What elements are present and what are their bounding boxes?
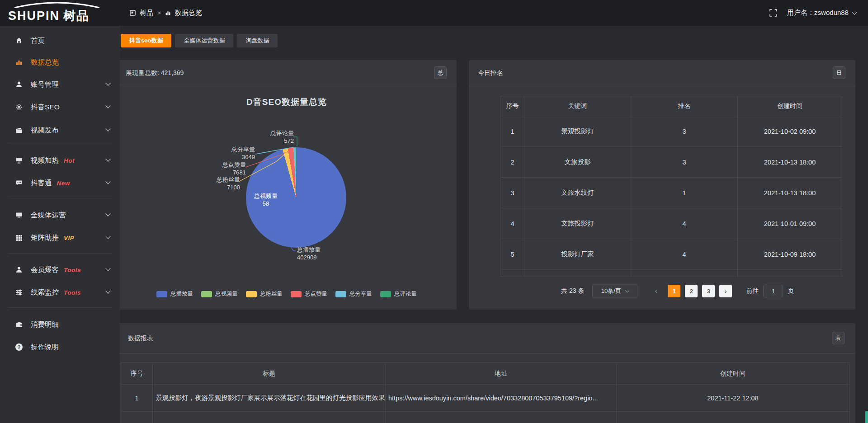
report-card: 数据报表 表 序号 标题 地址 创建时间 1 景观投影灯，夜游景观投影灯厂家展示…: [117, 323, 855, 423]
video-publish-icon: [15, 127, 23, 134]
page-size-select[interactable]: 10条/页: [592, 284, 637, 298]
chevron-down-icon: [105, 103, 110, 108]
floating-widget-fragment[interactable]: [865, 411, 868, 423]
col-create-time: 创建时间: [617, 363, 849, 385]
chevron-down-icon: [105, 126, 110, 131]
sidebar-item-label: 操作说明: [31, 343, 59, 352]
chevron-down-icon: [105, 156, 110, 161]
legend-item[interactable]: 总分享量: [335, 290, 372, 298]
cell: 2021-10-01 09:00: [738, 208, 842, 239]
gear-icon: [15, 103, 23, 111]
table-row: 2 文旅投影 3 2021-10-13 18:00: [501, 147, 842, 178]
sidebar-item-label: 全媒体运营: [31, 211, 66, 220]
cell: 2021-11-22 12:08: [617, 385, 849, 412]
sidebar-item-video-publish[interactable]: 视频发布: [0, 121, 120, 139]
sidebar-item-label: 视频发布: [31, 126, 59, 135]
chevron-down-icon: [105, 179, 110, 184]
ranking-card: 今日排名 日 序号 关键词 排名 创建时间 1 景观投影灯 3 2021-10-…: [469, 60, 855, 310]
cell: 2: [501, 147, 524, 178]
pie-label: 总点赞量7681: [211, 161, 246, 176]
pie-label: 总分享量3049: [220, 146, 255, 161]
legend-item[interactable]: 总点赞量: [291, 290, 327, 298]
cell: 2021-10-13 18:00: [738, 178, 842, 208]
cell: 1: [631, 178, 738, 208]
sidebar-item-member[interactable]: 会员爆客 Tools: [0, 261, 120, 279]
page-button-1[interactable]: 1: [668, 285, 680, 297]
cell: 3: [501, 178, 524, 208]
cell: 4: [501, 208, 524, 239]
page-button-3[interactable]: 3: [702, 285, 715, 297]
tab-douyin-seo-data[interactable]: 抖音seo数据: [121, 34, 171, 47]
report-table: 序号 标题 地址 创建时间 1 景观投影灯，夜游景观投影灯厂家展示展示落花灯在花…: [121, 362, 849, 423]
tab-media-ops-data[interactable]: 全媒体运营数据: [175, 34, 233, 47]
cell: 5: [501, 239, 524, 270]
col-index: 序号: [121, 363, 153, 385]
help-icon: [15, 343, 23, 351]
sidebar-item-consumption[interactable]: 消费明细: [0, 315, 120, 334]
col-rank: 排名: [631, 96, 738, 116]
topbar-right: 用户名：zswodun88: [769, 0, 856, 26]
sidebar-item-data-overview[interactable]: 数据总览: [0, 53, 120, 71]
legend-item[interactable]: 总评论量: [380, 290, 417, 298]
prev-page-button[interactable]: ‹: [649, 285, 663, 297]
user-menu[interactable]: 用户名：zswodun88: [787, 9, 856, 17]
col-keyword: 关键词: [524, 96, 631, 116]
next-page-button[interactable]: ›: [719, 285, 732, 297]
monitor-icon: [15, 212, 23, 219]
sidebar-divider: [8, 307, 112, 308]
legend-swatch: [380, 291, 391, 297]
cell: 文旅投影: [524, 147, 631, 178]
legend-swatch: [335, 291, 346, 297]
chart-card-header: 展现量总数: 421,369 总: [117, 60, 457, 86]
sidebar-item-account[interactable]: 账号管理: [0, 75, 120, 94]
bar-chart-icon: [165, 10, 171, 16]
page-unit-label: 页: [788, 287, 794, 295]
chat-icon: [15, 179, 23, 187]
sidebar-item-doukertong[interactable]: 抖客通 New: [0, 174, 120, 192]
table-row: 4 文旅投影灯 4 2021-10-01 09:00: [501, 208, 842, 239]
breadcrumb-root[interactable]: 树品: [140, 9, 153, 17]
pagination: 共 23 条 10条/页 ‹ 1 2 3 › 前往 页: [561, 284, 794, 298]
goto-page-input[interactable]: [763, 285, 783, 297]
total-toggle-button[interactable]: 总: [434, 66, 447, 79]
table-toggle-button[interactable]: 表: [832, 332, 844, 344]
page: { "header": { "logo_en": "SHUPIN", "logo…: [0, 0, 868, 423]
sidebar-item-label: 线索监控: [31, 288, 59, 297]
legend-item[interactable]: 总粉丝量: [246, 290, 283, 298]
sidebar-item-help[interactable]: 操作说明: [0, 338, 120, 356]
sidebar-item-clue-monitor[interactable]: 线索监控 Tools: [0, 283, 120, 301]
cell: 2021-10-09 18:00: [738, 239, 842, 270]
page-button-2[interactable]: 2: [685, 285, 698, 297]
hot-badge: Hot: [64, 157, 75, 164]
cell: 4: [631, 208, 738, 239]
data-tabs: 抖音seo数据 全媒体运营数据 询盘数据: [121, 34, 278, 47]
table-row: 3 文旅水纹灯 1 2021-10-13 18:00: [501, 178, 842, 208]
vip-badge: VIP: [64, 235, 74, 241]
fullscreen-icon[interactable]: [769, 9, 777, 17]
logo[interactable]: SHUPIN 树品: [8, 2, 105, 24]
logo-text-en: SHUPIN: [8, 9, 60, 23]
sidebar-item-matrix-boost[interactable]: 矩阵助推 VIP: [0, 229, 120, 247]
app-grid-icon: [130, 10, 136, 16]
chevron-down-icon: [105, 80, 110, 85]
tab-inquiry-data[interactable]: 询盘数据: [237, 34, 278, 47]
legend-item[interactable]: 总视频量: [201, 290, 238, 298]
sidebar-item-home[interactable]: 首页: [0, 32, 120, 50]
legend-swatch: [156, 291, 167, 297]
cell: 3: [631, 116, 738, 147]
legend-item[interactable]: 总播放量: [156, 290, 193, 298]
table-row: 1 景观投影灯，夜游景观投影灯厂家展示展示落花灯在花园里的灯光投影应用效果 # …: [121, 385, 849, 412]
sidebar-item-douyin-seo[interactable]: 抖音SEO: [0, 98, 120, 116]
cell: 文旅投影灯: [524, 208, 631, 239]
sidebar-item-media-ops[interactable]: 全媒体运营: [0, 206, 120, 224]
sidebar-item-video-heat[interactable]: 视频加热 Hot: [0, 151, 120, 169]
user-icon: [15, 81, 23, 88]
username-label: 用户名：zswodun88: [787, 9, 849, 17]
table-row: 5 投影灯厂家 4 2021-10-09 18:00: [501, 239, 842, 270]
sidebar: 首页 数据总览 账号管理 抖音SEO 视频发布 视频加热 Hot 抖客通 New…: [0, 26, 120, 423]
pie-legend: 总播放量 总视频量 总粉丝量 总点赞量 总分享量 总评论量: [117, 290, 457, 298]
day-toggle-button[interactable]: 日: [833, 66, 845, 79]
video-url-link[interactable]: https://www.iesdouyin.com/share/video/70…: [386, 385, 617, 412]
legend-swatch: [291, 291, 302, 297]
cell: 4: [631, 239, 738, 270]
